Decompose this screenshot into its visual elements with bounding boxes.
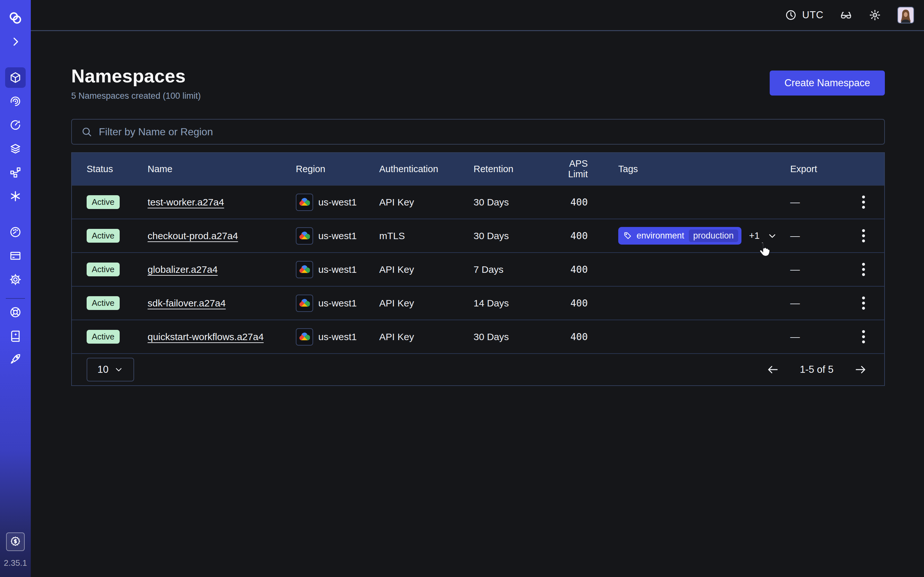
cloud-provider-badge [296, 261, 313, 278]
namespace-link[interactable]: quickstart-workflows.a27a4 [148, 332, 264, 342]
authentication-cell: API Key [379, 332, 473, 342]
gcp-cloud-icon [299, 332, 310, 342]
filter-bar[interactable] [71, 119, 885, 145]
region-label: us-west1 [318, 264, 357, 275]
status-cell: Active [87, 296, 148, 310]
sidebar-item-batch-operations[interactable] [5, 186, 26, 206]
layers-icon [9, 142, 22, 155]
page-subtitle: 5 Namespaces created (100 limit) [71, 91, 201, 101]
export-value: — [790, 230, 800, 242]
row-actions-menu-button[interactable] [858, 226, 869, 245]
table-header-row: Status Name Region Authentication Retent… [72, 153, 884, 185]
region-label: us-west1 [318, 332, 357, 342]
sidebar-item-deployments[interactable] [5, 139, 26, 159]
temporal-logo-icon [8, 11, 23, 25]
name-cell: quickstart-workflows.a27a4 [148, 332, 296, 342]
status-badge: Active [87, 195, 120, 209]
namespace-link[interactable]: sdk-failover.a27a4 [148, 298, 226, 308]
aps-limit-cell: 400 [548, 298, 588, 309]
next-page-button[interactable] [851, 361, 869, 379]
sidebar-item-billing[interactable] [5, 245, 26, 266]
timezone-label: UTC [802, 9, 824, 21]
retention-cell: 30 Days [473, 230, 548, 242]
previous-page-button[interactable] [764, 361, 782, 379]
gear-icon [9, 273, 22, 286]
gcp-cloud-icon [299, 197, 310, 207]
status-cell: Active [87, 195, 148, 209]
column-header-export: Export [790, 164, 869, 174]
sidebar-bottom: 2.35.1 [4, 532, 27, 577]
export-cell: — [790, 192, 869, 212]
reader-mode-button[interactable] [840, 9, 853, 21]
sidebar-item-nexus[interactable] [5, 162, 26, 183]
namespace-link[interactable]: checkout-prod.a27a4 [148, 230, 238, 241]
authentication-cell: API Key [379, 197, 473, 208]
row-actions-menu-button[interactable] [858, 293, 869, 313]
sidebar-item-namespaces[interactable] [5, 67, 26, 88]
sidebar-item-getting-started[interactable] [5, 350, 26, 370]
region-label: us-west1 [318, 298, 357, 309]
filter-input[interactable] [99, 126, 875, 138]
gauge-icon [9, 226, 22, 239]
namespace-link[interactable]: globalizer.a27a4 [148, 264, 218, 275]
name-cell: sdk-failover.a27a4 [148, 298, 296, 309]
name-cell: test-worker.a27a4 [148, 197, 296, 208]
tag-expand-button[interactable] [767, 231, 777, 241]
authentication-cell: API Key [379, 298, 473, 309]
sidebar-item-schedules[interactable] [5, 115, 26, 135]
theme-toggle-button[interactable] [869, 9, 881, 21]
row-actions-menu-button[interactable] [858, 259, 869, 279]
user-avatar[interactable] [897, 7, 914, 23]
export-value: — [790, 332, 800, 342]
book-sparkle-icon [9, 330, 22, 342]
retention-cell: 30 Days [473, 197, 548, 208]
row-actions-menu-button[interactable] [858, 192, 869, 212]
region-label: us-west1 [318, 230, 357, 242]
money-badge-icon [9, 536, 21, 548]
tag-group: environment production +1 [618, 227, 790, 245]
column-header-tags: Tags [588, 164, 790, 174]
name-cell: checkout-prod.a27a4 [148, 230, 296, 242]
region-cell: us-west1 [296, 193, 379, 211]
tag-pill[interactable]: environment production [618, 227, 741, 245]
sidebar-item-docs[interactable] [5, 326, 26, 346]
sun-icon [869, 9, 881, 21]
table-row: Active quickstart-workflows.a27a4 us-wes… [72, 319, 884, 353]
cloud-provider-badge [296, 328, 313, 346]
timer-icon [9, 119, 22, 131]
status-badge: Active [87, 296, 120, 310]
export-cell: — [790, 293, 869, 313]
cube-icon [9, 71, 22, 84]
tags-cell: environment production +1 [588, 227, 790, 245]
page-size-select[interactable]: 10 [87, 358, 134, 382]
authentication-cell: API Key [379, 264, 473, 275]
export-cell: — [790, 259, 869, 279]
tag-more-count: +1 [749, 230, 760, 241]
region-cell: us-west1 [296, 261, 379, 278]
timezone-selector[interactable]: UTC [785, 9, 824, 21]
iris-icon [9, 95, 22, 108]
region-label: us-west1 [318, 197, 357, 208]
status-badge: Active [87, 263, 120, 276]
table-footer: 10 1-5 of 5 [72, 353, 884, 385]
tag-value: production [689, 229, 738, 242]
sidebar-item-usage[interactable] [5, 222, 26, 242]
tag-icon [624, 231, 632, 240]
row-actions-menu-button[interactable] [858, 327, 869, 347]
page-size-value: 10 [97, 364, 108, 376]
column-header-aps-limit: APS Limit [548, 158, 588, 179]
sidebar-divider [6, 298, 25, 299]
expand-sidebar-button[interactable] [5, 31, 26, 52]
retention-cell: 14 Days [473, 298, 548, 309]
sidebar-item-workflows[interactable] [5, 91, 26, 111]
page-title: Namespaces [71, 65, 201, 87]
temporal-logo[interactable] [5, 8, 26, 28]
pricing-badge-button[interactable] [6, 532, 25, 551]
create-namespace-button[interactable]: Create Namespace [770, 71, 885, 95]
sidebar-item-settings[interactable] [5, 269, 26, 290]
pagination-controls: 1-5 of 5 [764, 361, 869, 379]
namespace-link[interactable]: test-worker.a27a4 [148, 197, 224, 207]
lifebuoy-icon [9, 306, 22, 319]
cloud-provider-badge [296, 193, 313, 211]
sidebar-item-support[interactable] [5, 302, 26, 322]
